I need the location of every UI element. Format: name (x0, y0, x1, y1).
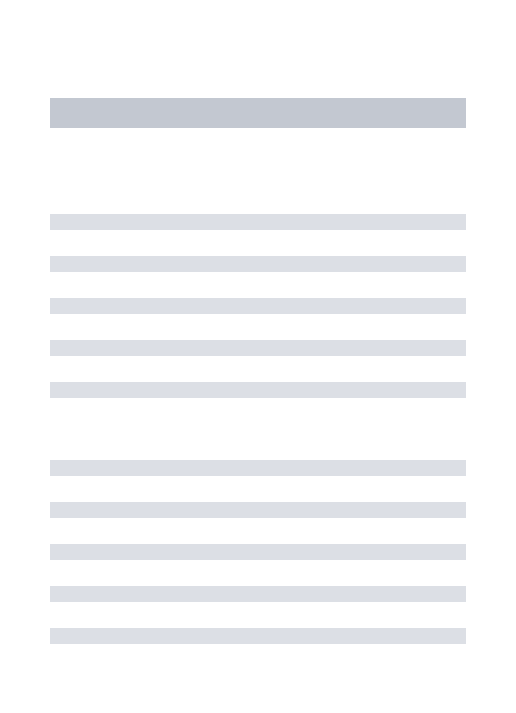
document-skeleton (0, 0, 516, 644)
text-line-placeholder (50, 628, 466, 644)
title-placeholder (50, 98, 466, 128)
text-line-placeholder (50, 502, 466, 518)
text-line-placeholder (50, 382, 466, 398)
text-line-placeholder (50, 340, 466, 356)
paragraph-group-1 (50, 214, 466, 398)
text-line-placeholder (50, 544, 466, 560)
paragraph-group-2 (50, 460, 466, 644)
text-line-placeholder (50, 586, 466, 602)
text-line-placeholder (50, 256, 466, 272)
text-line-placeholder (50, 460, 466, 476)
text-line-placeholder (50, 214, 466, 230)
text-line-placeholder (50, 298, 466, 314)
